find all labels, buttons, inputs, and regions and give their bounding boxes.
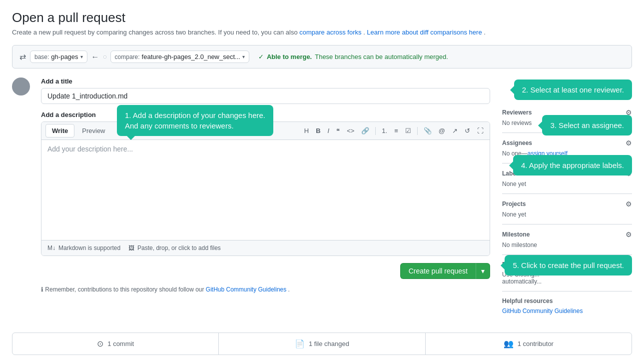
callout-2: 2. Select at least one reviewer. (514, 80, 632, 100)
avatar (12, 78, 30, 96)
toolbar-sep-2 (417, 127, 418, 135)
milestone-gear[interactable]: ⚙ (626, 230, 632, 238)
projects-gear[interactable]: ⚙ (626, 200, 632, 208)
sync-icon: ⇄ (19, 52, 26, 62)
undo-btn[interactable]: ↺ (463, 126, 472, 136)
commits-icon: ⊙ (97, 339, 103, 348)
files-label: 1 file changed (309, 340, 349, 348)
check-icon: ✓ (258, 53, 264, 60)
community-guidelines-sidebar-link[interactable]: GitHub Community Guidelines (502, 308, 583, 314)
compare-branch-select[interactable]: compare: feature-gh-pages_2.0_new_sect..… (110, 50, 249, 63)
unordered-list-btn[interactable]: ≡ (392, 126, 400, 136)
base-branch-arrow: ▾ (80, 54, 83, 60)
contributors-label: 1 contributor (518, 340, 554, 348)
stats-bar: ⊙ 1 commit 📄 1 file changed 👥 1 contribu… (12, 332, 632, 355)
create-pr-dropdown[interactable]: ▾ (476, 263, 490, 279)
assignees-label: Assignees (502, 140, 532, 146)
fullscreen-btn[interactable]: ⛶ (475, 126, 486, 136)
reference-btn[interactable]: ↗ (450, 126, 460, 136)
link-btn[interactable]: 🔗 (359, 126, 371, 136)
projects-section: Projects ⚙ None yet (502, 194, 632, 224)
markdown-indicator: M↓ Markdown is supported (47, 244, 120, 252)
mention-btn[interactable]: @ (437, 126, 447, 136)
callout-4: 4. Apply the appropriate labels. (513, 155, 632, 176)
contributors-stat: 👥 1 contributor (426, 333, 632, 354)
info-icon: ℹ (41, 286, 43, 293)
bold-btn[interactable]: B (314, 126, 322, 136)
write-tab[interactable]: Write (45, 124, 74, 138)
reviewers-label: Reviewers (502, 109, 532, 116)
title-input[interactable] (41, 88, 490, 104)
projects-value: None yet (502, 211, 632, 218)
callout-5: 5. Click to create the pull request. (505, 255, 632, 276)
heading-btn[interactable]: H (302, 126, 311, 136)
task-list-btn[interactable]: ☑ (403, 126, 413, 136)
left-arrow-icon: ← (91, 52, 99, 62)
callout-1: 1. Add a description of your changes her… (117, 105, 273, 136)
merge-status: ✓ Able to merge. These branches can be a… (258, 53, 448, 60)
editor-container: Write Preview H B I ❝ <> 🔗 (41, 122, 490, 256)
callout-3: 3. Select an assignee. (542, 115, 632, 136)
assignees-gear[interactable]: ⚙ (626, 139, 632, 147)
diff-comparisons-link[interactable]: Learn more about diff comparisons here (367, 28, 482, 36)
code-btn[interactable]: <> (345, 126, 356, 136)
editor-body[interactable]: Add your description here... (41, 140, 490, 240)
base-branch-value: gh-pages (51, 53, 78, 60)
compare-branch-value: feature-gh-pages_2.0_new_sect... (142, 53, 240, 60)
community-guidelines-link[interactable]: GitHub Community Guidelines (206, 286, 286, 293)
quote-btn[interactable]: ❝ (334, 126, 342, 136)
create-pr-btn-group: Create pull request ▾ (400, 263, 490, 279)
file-icon: 📄 (295, 339, 305, 348)
footer-note: ℹ Remember, contributions to this reposi… (41, 286, 490, 293)
helpful-resources-section: Helpful resources GitHub Community Guide… (502, 292, 632, 320)
page-subtitle: Create a new pull request by comparing c… (12, 28, 632, 36)
helpful-resources-label: Helpful resources (502, 298, 632, 304)
files-stat: 📄 1 file changed (219, 333, 425, 354)
paste-indicator: 🖼 Paste, drop, or click to add files (128, 244, 221, 252)
image-icon: 🖼 (128, 244, 134, 252)
compare-branch-arrow: ▾ (242, 54, 245, 60)
milestone-label: Milestone (502, 231, 530, 238)
toolbar-sep-1 (375, 127, 376, 135)
attach-btn[interactable]: 📎 (422, 126, 434, 136)
milestone-section: Milestone ⚙ No milestone (502, 224, 632, 255)
preview-tab[interactable]: Preview (75, 124, 111, 138)
commits-label: 1 commit (107, 340, 134, 348)
labels-value: None yet (502, 180, 632, 188)
create-pr-button[interactable]: Create pull request (400, 263, 476, 279)
editor-footer: M↓ Markdown is supported 🖼 Paste, drop, … (41, 240, 490, 256)
markdown-icon: M↓ (47, 244, 55, 252)
base-branch-select[interactable]: base: gh-pages ▾ (30, 50, 87, 63)
form-actions: Create pull request ▾ (41, 263, 490, 279)
compare-forks-link[interactable]: compare across forks (299, 28, 361, 36)
contributor-icon: 👥 (504, 339, 514, 348)
commits-stat: ⊙ 1 commit (12, 333, 219, 354)
branch-bar: ⇄ base: gh-pages ▾ ← compare: feature-gh… (12, 45, 632, 68)
compare-label: compare: (115, 54, 140, 60)
milestone-value: No milestone (502, 242, 632, 248)
page-title: Open a pull request (12, 10, 632, 26)
add-title-label: Add a title (41, 78, 490, 85)
base-label: base: (34, 54, 49, 60)
editor-toolbar: H B I ❝ <> 🔗 1. ≡ ☑ � (302, 126, 486, 136)
projects-label: Projects (502, 200, 526, 208)
description-placeholder: Add your description here... (47, 145, 133, 153)
branch-dot (103, 56, 106, 58)
italic-btn[interactable]: I (326, 126, 332, 136)
ordered-list-btn[interactable]: 1. (380, 126, 389, 136)
editor-tab-group: Write Preview (45, 124, 112, 138)
